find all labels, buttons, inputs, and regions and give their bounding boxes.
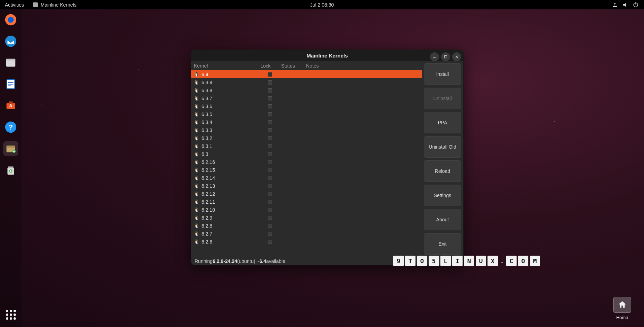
exit-button[interactable]: Exit (424, 233, 461, 255)
window-titlebar[interactable]: Mainline Kernels (191, 50, 463, 61)
tux-icon: 🐧 (194, 207, 199, 212)
column-header-lock[interactable]: Lock (260, 63, 281, 69)
power-icon[interactable] (633, 2, 638, 8)
files-icon[interactable] (3, 55, 18, 70)
status-running-version: 6.2.0-24.24 (213, 258, 237, 264)
table-row[interactable]: 🐧6.3.7 (191, 94, 422, 102)
lock-checkbox[interactable] (268, 120, 272, 124)
lock-checkbox[interactable] (268, 224, 272, 228)
lock-checkbox[interactable] (268, 112, 272, 116)
table-row[interactable]: 🐧6.2.6 (191, 238, 422, 246)
table-row[interactable]: 🐧6.2.14 (191, 174, 422, 182)
svg-rect-10 (8, 84, 13, 85)
table-row[interactable]: 🐧6.2.7 (191, 230, 422, 238)
close-button[interactable] (452, 52, 461, 61)
maximize-button[interactable] (441, 52, 450, 61)
table-row[interactable]: 🐧6.2.16 (191, 158, 422, 166)
star-decoration (589, 208, 589, 209)
show-applications-button[interactable] (3, 307, 18, 322)
table-row[interactable]: 🐧6.4 (191, 70, 422, 78)
tux-icon: 🐧 (194, 183, 199, 188)
help-icon[interactable]: ? (3, 120, 18, 135)
lock-checkbox[interactable] (268, 72, 272, 77)
kernel-version-label: 6.2.14 (202, 175, 215, 181)
libreoffice-writer-icon[interactable] (3, 77, 18, 92)
table-row[interactable]: 🐧6.2.11 (191, 198, 422, 206)
thunderbird-icon[interactable] (3, 34, 18, 49)
minimize-button[interactable] (430, 52, 439, 61)
table-row[interactable]: 🐧6.3.5 (191, 110, 422, 118)
window-title: Mainline Kernels (306, 53, 348, 59)
lock-checkbox[interactable] (268, 208, 272, 212)
table-row[interactable]: 🐧6.3.9 (191, 78, 422, 86)
network-icon[interactable] (612, 2, 618, 8)
lock-checkbox[interactable] (268, 192, 272, 196)
table-row[interactable]: 🐧6.3.1 (191, 142, 422, 150)
table-row[interactable]: 🐧6.3.6 (191, 102, 422, 110)
table-row[interactable]: 🐧6.3.4 (191, 118, 422, 126)
lock-checkbox[interactable] (268, 200, 272, 204)
topbar-app-menu[interactable]: Mainline Kernels (33, 2, 77, 8)
kernel-table: Kernel Lock Status Notes 🐧6.4🐧6.3.9🐧6.3.… (191, 61, 422, 257)
column-header-status[interactable]: Status (281, 63, 306, 69)
lock-checkbox[interactable] (268, 152, 272, 156)
svg-rect-24 (445, 56, 447, 58)
column-header-kernel[interactable]: Kernel (194, 63, 260, 69)
lock-checkbox[interactable] (268, 160, 272, 164)
archive-manager-icon[interactable] (3, 141, 18, 156)
about-button[interactable]: About (424, 209, 461, 230)
lock-checkbox[interactable] (268, 168, 272, 172)
table-row[interactable]: 🐧6.2.13 (191, 182, 422, 190)
lock-checkbox[interactable] (268, 232, 272, 236)
table-row[interactable]: 🐧6.2.10 (191, 206, 422, 214)
kernel-version-label: 6.3.6 (202, 104, 212, 109)
lock-checkbox[interactable] (268, 80, 272, 85)
lock-checkbox[interactable] (268, 128, 272, 132)
table-row[interactable]: 🐧6.3.2 (191, 134, 422, 142)
lock-checkbox[interactable] (268, 144, 272, 148)
watermark-char: M (530, 256, 540, 266)
firefox-icon[interactable] (3, 12, 18, 27)
lock-checkbox[interactable] (268, 88, 272, 92)
table-row[interactable]: 🐧6.3.3 (191, 126, 422, 134)
tux-icon: 🐧 (194, 72, 199, 77)
lock-checkbox[interactable] (268, 240, 272, 244)
table-row[interactable]: 🐧6.2.12 (191, 190, 422, 198)
lock-checkbox[interactable] (268, 136, 272, 140)
star-decoration (42, 104, 42, 105)
watermark-char: L (440, 256, 451, 266)
table-row[interactable]: 🐧6.2.8 (191, 222, 422, 230)
settings-button[interactable]: Settings (424, 185, 461, 206)
home-folder-icon (613, 297, 631, 313)
watermark-char: N (464, 256, 474, 266)
lock-checkbox[interactable] (268, 176, 272, 180)
lock-checkbox[interactable] (268, 184, 272, 188)
svg-rect-18 (7, 145, 15, 148)
desktop-home-icon[interactable]: Home (611, 297, 633, 320)
column-header-notes[interactable]: Notes (306, 63, 422, 69)
kernel-version-label: 6.3.3 (202, 127, 212, 133)
uninstall-old-button[interactable]: Uninstall Old (424, 136, 461, 158)
action-button-panel: Install Uninstall PPA Uninstall Old Relo… (422, 61, 463, 257)
ppa-button[interactable]: PPA (424, 112, 461, 133)
ubuntu-software-icon[interactable]: A (3, 98, 18, 113)
trash-icon[interactable] (3, 162, 18, 178)
table-row[interactable]: 🐧6.2.9 (191, 214, 422, 222)
clock[interactable]: Jul 2 08:30 (310, 2, 334, 8)
watermark-char: U (476, 256, 486, 266)
kernel-version-label: 6.2.7 (202, 231, 212, 237)
uninstall-button[interactable]: Uninstall (424, 88, 461, 109)
activities-button[interactable]: Activities (5, 2, 24, 8)
table-row[interactable]: 🐧6.3 (191, 150, 422, 158)
volume-icon[interactable] (623, 2, 628, 8)
svg-point-3 (8, 17, 14, 23)
reload-button[interactable]: Reload (424, 160, 461, 182)
lock-checkbox[interactable] (268, 216, 272, 220)
install-button[interactable]: Install (424, 63, 461, 85)
kernel-version-label: 6.3.8 (202, 88, 212, 93)
lock-checkbox[interactable] (268, 96, 272, 100)
lock-checkbox[interactable] (268, 104, 272, 108)
table-row[interactable]: 🐧6.2.15 (191, 166, 422, 174)
kernel-version-label: 6.3.2 (202, 135, 212, 141)
table-row[interactable]: 🐧6.3.8 (191, 86, 422, 94)
